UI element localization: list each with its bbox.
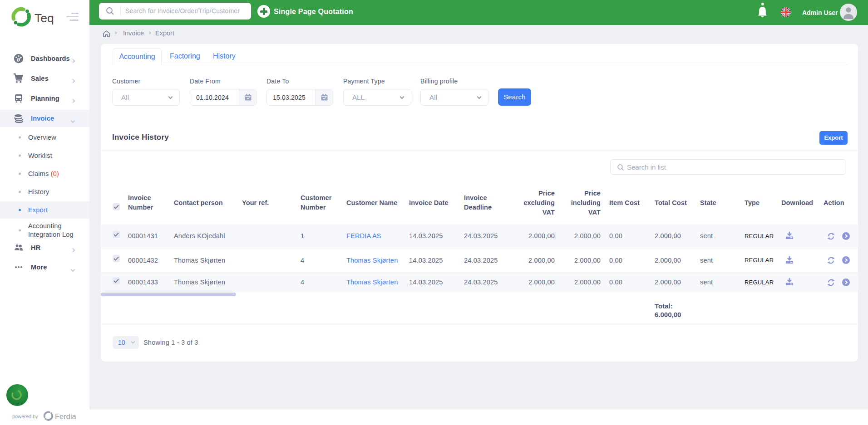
svg-text:powered by: powered by — [12, 414, 38, 419]
svg-text:Ferdia: Ferdia — [55, 412, 77, 420]
svg-text:Teq: Teq — [35, 11, 54, 25]
